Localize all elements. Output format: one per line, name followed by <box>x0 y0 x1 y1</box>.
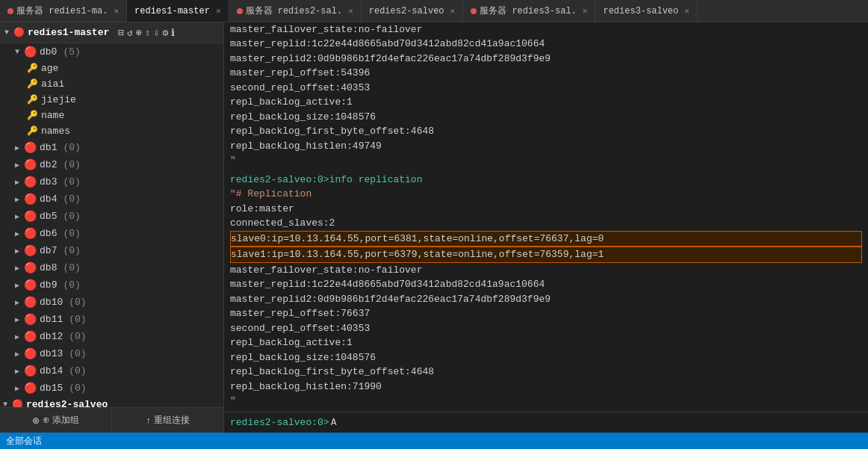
db1-label: db1 <box>40 142 57 153</box>
tree-item-name[interactable]: 🔑 name <box>0 108 223 123</box>
tab-dot <box>7 8 13 14</box>
tree-item-db4[interactable]: ▶ 🔴 db4 (0) <box>0 191 223 208</box>
console-line: repl_backlog_first_byte_offset:4648 <box>230 365 862 380</box>
tree-item-db14[interactable]: ▶ 🔴 db14 (0) <box>0 362 223 380</box>
tree-item-db7[interactable]: ▶ 🔴 db7 (0) <box>0 242 223 259</box>
tree-item-age[interactable]: 🔑 age <box>0 61 223 76</box>
console-prompt: redies2-salveo:0> <box>230 417 329 428</box>
key-label-age: age <box>41 63 58 74</box>
tree-item-db6[interactable]: ▶ 🔴 db6 (0) <box>0 225 223 242</box>
tab-redies1-master[interactable]: redies1-master ✕ <box>127 0 229 22</box>
db8-label: db8 <box>40 262 57 273</box>
tree-item-db5[interactable]: ▶ 🔴 db5 (0) <box>0 208 223 225</box>
tree-item-db15[interactable]: ▶ 🔴 db15 (0) <box>0 380 223 397</box>
db4-count: (0) <box>63 193 80 205</box>
reconnect-icon: ↑ <box>146 415 151 426</box>
key-label-name: name <box>41 110 64 121</box>
tree-item-db12[interactable]: ▶ 🔴 db12 (0) <box>0 328 223 345</box>
tree-item-names[interactable]: 🔑 names <box>0 123 223 139</box>
tab-close-icon[interactable]: ✕ <box>216 6 221 16</box>
tab-close-icon[interactable]: ✕ <box>684 6 689 16</box>
console-line: slave1:ip=10.13.164.55,port=6379,state=o… <box>230 247 862 263</box>
status-text: 全部会话 <box>6 435 42 448</box>
tab-redies3-salveo[interactable]: redies3-salveo ✕ <box>595 0 697 22</box>
db1-count: (0) <box>63 142 80 153</box>
db7-label: db7 <box>40 245 57 256</box>
sidebar-header: ▼ 🔴 redies1-master ⊟ ↺ ⊕ ⇧ ⇩ ⚙ ℹ <box>0 22 223 43</box>
db9-count: (0) <box>63 279 80 291</box>
expand-arrow-icon: ▼ <box>4 28 9 37</box>
console-output[interactable]: "# Replicationrole:masterconnected_slave… <box>224 22 868 412</box>
db6-icon: 🔴 <box>24 227 37 240</box>
db3-label: db3 <box>40 176 57 188</box>
filter-icon[interactable]: ⊟ <box>118 27 124 39</box>
server-icon: 🔴 <box>13 27 25 38</box>
add-group-label: ⊕ 添加组 <box>43 414 79 427</box>
console-line: master_failover_state:no-failover <box>230 263 862 278</box>
tab-redies3-sal-server[interactable]: 服务器 redies3-sal. ✕ <box>463 0 595 22</box>
tab-close-icon[interactable]: ✕ <box>583 6 588 16</box>
db8-count: (0) <box>63 262 80 273</box>
tree-item-db13[interactable]: ▶ 🔴 db13 (0) <box>0 345 223 362</box>
db7-icon: 🔴 <box>24 244 37 257</box>
tree-item-db0[interactable]: ▼ 🔴 db0 (5) <box>0 43 223 61</box>
db13-label: db13 <box>40 348 63 359</box>
tab-close-icon[interactable]: ✕ <box>114 6 119 16</box>
console-line: " <box>230 394 862 409</box>
info-icon[interactable]: ℹ <box>171 27 175 39</box>
db11-expand-icon: ▶ <box>15 315 19 324</box>
console-line: repl_backlog_active:1 <box>230 335 862 350</box>
tree-item-db2[interactable]: ▶ 🔴 db2 (0) <box>0 156 223 173</box>
db10-count: (0) <box>69 297 86 308</box>
db13-expand-icon: ▶ <box>15 350 19 359</box>
console-input[interactable] <box>331 417 862 428</box>
import-icon[interactable]: ⇧ <box>145 27 151 39</box>
export-icon[interactable]: ⇩ <box>154 27 160 39</box>
tree-item-db9[interactable]: ▶ 🔴 db9 (0) <box>0 276 223 294</box>
console-line: "# Replication <box>230 187 862 202</box>
db6-expand-icon: ▶ <box>15 229 19 238</box>
console-line: connected_slaves:2 <box>230 216 862 231</box>
tree-item-aiai[interactable]: 🔑 aiai <box>0 76 223 92</box>
tab-close-icon[interactable]: ✕ <box>450 6 456 16</box>
db15-label: db15 <box>40 383 63 394</box>
tab-label: redies3-salveo <box>603 6 678 16</box>
server2-label: redies2-salveo <box>26 399 108 407</box>
db15-count: (0) <box>69 383 86 394</box>
db2-count: (0) <box>63 159 80 170</box>
tree-item-db11[interactable]: ▶ 🔴 db11 (0) <box>0 311 223 328</box>
tab-label: 服务器 redies1-ma. <box>16 4 108 17</box>
tree-item-db1[interactable]: ▶ 🔴 db1 (0) <box>0 139 223 156</box>
db6-label: db6 <box>40 228 57 239</box>
db11-icon: 🔴 <box>24 313 37 326</box>
console-line: master_repl_offset:76637 <box>230 306 862 321</box>
db3-expand-icon: ▶ <box>15 178 19 187</box>
reconnect-button[interactable]: ↑ 重组连接 <box>112 408 223 433</box>
console-line: " <box>230 153 862 168</box>
tree-item-db10[interactable]: ▶ 🔴 db10 (0) <box>0 294 223 311</box>
tab-redies1-master-server[interactable]: 服务器 redies1-ma. ✕ <box>0 0 127 22</box>
status-bar: 全部会话 <box>0 433 868 449</box>
tree-item-db8[interactable]: ▶ 🔴 db8 (0) <box>0 259 223 276</box>
db14-icon: 🔴 <box>24 365 37 377</box>
db9-label: db9 <box>40 279 57 291</box>
tab-label: 服务器 redies3-sal. <box>480 4 577 17</box>
tree-item-redies2-salveo-server[interactable]: ▼ 🔴 redies2-salveo <box>0 397 223 407</box>
tab-redies2-sal-server[interactable]: 服务器 redies2-sal. ✕ <box>229 0 362 22</box>
console-line: slave0:ip=10.13.164.55,port=6381,state=o… <box>230 231 862 247</box>
add-icon[interactable]: ⊕ <box>136 27 142 39</box>
tree-item-db3[interactable]: ▶ 🔴 db3 (0) <box>0 173 223 191</box>
tab-redies2-salveo[interactable]: redies2-salveo ✕ <box>362 0 463 22</box>
refresh-icon[interactable]: ↺ <box>127 27 133 39</box>
tab-close-icon[interactable]: ✕ <box>348 6 353 16</box>
add-group-button[interactable]: ⊕ ⊕ 添加组 <box>0 408 112 433</box>
key-label-jiejie: jiejie <box>41 94 76 105</box>
db11-label: db11 <box>40 314 63 325</box>
tree-item-jiejie[interactable]: 🔑 jiejie <box>0 92 223 108</box>
db10-label: db10 <box>40 297 63 308</box>
db14-expand-icon: ▶ <box>15 367 19 376</box>
db10-expand-icon: ▶ <box>15 298 19 307</box>
db12-expand-icon: ▶ <box>15 332 19 341</box>
db2-icon: 🔴 <box>24 158 37 171</box>
settings-icon[interactable]: ⚙ <box>162 27 168 39</box>
